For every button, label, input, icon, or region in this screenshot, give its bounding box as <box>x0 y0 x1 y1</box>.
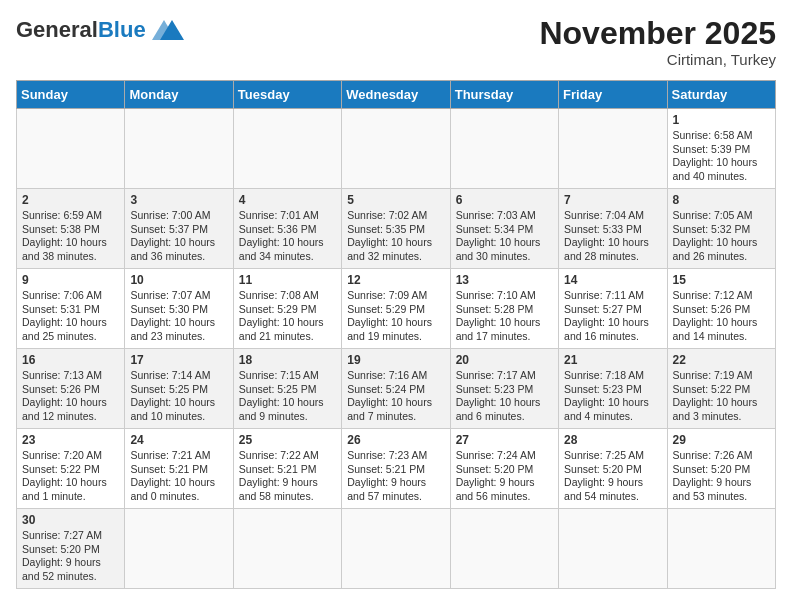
day-info: Sunset: 5:23 PM <box>564 383 661 397</box>
day-number: 17 <box>130 353 227 367</box>
day-number: 4 <box>239 193 336 207</box>
day-info: Sunrise: 7:11 AM <box>564 289 661 303</box>
day-info: Sunrise: 7:18 AM <box>564 369 661 383</box>
day-info: Sunset: 5:32 PM <box>673 223 770 237</box>
day-number: 8 <box>673 193 770 207</box>
calendar-cell: 30Sunrise: 7:27 AMSunset: 5:20 PMDayligh… <box>17 509 125 589</box>
day-info: Sunrise: 7:26 AM <box>673 449 770 463</box>
calendar-body: 1Sunrise: 6:58 AMSunset: 5:39 PMDaylight… <box>17 109 776 589</box>
calendar-cell: 19Sunrise: 7:16 AMSunset: 5:24 PMDayligh… <box>342 349 450 429</box>
day-info: Daylight: 10 hours and 26 minutes. <box>673 236 770 263</box>
day-info: Sunrise: 7:15 AM <box>239 369 336 383</box>
day-info: Sunrise: 7:25 AM <box>564 449 661 463</box>
calendar-cell: 10Sunrise: 7:07 AMSunset: 5:30 PMDayligh… <box>125 269 233 349</box>
day-info: Sunset: 5:20 PM <box>456 463 553 477</box>
calendar-cell: 2Sunrise: 6:59 AMSunset: 5:38 PMDaylight… <box>17 189 125 269</box>
calendar-cell: 28Sunrise: 7:25 AMSunset: 5:20 PMDayligh… <box>559 429 667 509</box>
calendar-cell: 5Sunrise: 7:02 AMSunset: 5:35 PMDaylight… <box>342 189 450 269</box>
day-info: Sunrise: 7:04 AM <box>564 209 661 223</box>
day-info: Daylight: 10 hours and 3 minutes. <box>673 396 770 423</box>
day-number: 26 <box>347 433 444 447</box>
day-number: 23 <box>22 433 119 447</box>
day-info: Sunset: 5:39 PM <box>673 143 770 157</box>
location: Cirtiman, Turkey <box>539 51 776 68</box>
month-title: November 2025 <box>539 16 776 51</box>
calendar-cell <box>667 509 775 589</box>
day-info: Sunrise: 7:27 AM <box>22 529 119 543</box>
day-info: Daylight: 10 hours and 32 minutes. <box>347 236 444 263</box>
day-number: 22 <box>673 353 770 367</box>
logo-icon <box>150 16 188 44</box>
day-info: Daylight: 9 hours and 52 minutes. <box>22 556 119 583</box>
day-info: Daylight: 9 hours and 54 minutes. <box>564 476 661 503</box>
calendar-cell: 23Sunrise: 7:20 AMSunset: 5:22 PMDayligh… <box>17 429 125 509</box>
day-info: Sunrise: 7:13 AM <box>22 369 119 383</box>
calendar-cell <box>125 109 233 189</box>
day-info: Sunset: 5:33 PM <box>564 223 661 237</box>
day-number: 28 <box>564 433 661 447</box>
weekday-header-thursday: Thursday <box>450 81 558 109</box>
day-info: Daylight: 10 hours and 9 minutes. <box>239 396 336 423</box>
day-info: Sunrise: 7:23 AM <box>347 449 444 463</box>
calendar-cell: 26Sunrise: 7:23 AMSunset: 5:21 PMDayligh… <box>342 429 450 509</box>
day-number: 21 <box>564 353 661 367</box>
calendar-cell <box>17 109 125 189</box>
day-number: 15 <box>673 273 770 287</box>
day-info: Sunrise: 7:20 AM <box>22 449 119 463</box>
calendar-cell: 21Sunrise: 7:18 AMSunset: 5:23 PMDayligh… <box>559 349 667 429</box>
day-info: Sunset: 5:22 PM <box>673 383 770 397</box>
day-info: Sunset: 5:26 PM <box>673 303 770 317</box>
day-info: Sunset: 5:21 PM <box>239 463 336 477</box>
day-info: Sunrise: 6:59 AM <box>22 209 119 223</box>
day-info: Daylight: 10 hours and 10 minutes. <box>130 396 227 423</box>
weekday-header-sunday: Sunday <box>17 81 125 109</box>
calendar-cell: 1Sunrise: 6:58 AMSunset: 5:39 PMDaylight… <box>667 109 775 189</box>
day-info: Sunset: 5:28 PM <box>456 303 553 317</box>
calendar-cell <box>559 109 667 189</box>
day-info: Sunset: 5:20 PM <box>22 543 119 557</box>
day-info: Sunrise: 7:08 AM <box>239 289 336 303</box>
day-number: 1 <box>673 113 770 127</box>
title-block: November 2025 Cirtiman, Turkey <box>539 16 776 68</box>
logo: GeneralBlue <box>16 16 188 44</box>
calendar-cell <box>450 109 558 189</box>
header-row: SundayMondayTuesdayWednesdayThursdayFrid… <box>17 81 776 109</box>
day-info: Sunrise: 7:19 AM <box>673 369 770 383</box>
day-info: Sunset: 5:25 PM <box>130 383 227 397</box>
day-info: Sunset: 5:25 PM <box>239 383 336 397</box>
day-number: 10 <box>130 273 227 287</box>
day-info: Daylight: 10 hours and 36 minutes. <box>130 236 227 263</box>
day-info: Daylight: 10 hours and 40 minutes. <box>673 156 770 183</box>
calendar-cell: 17Sunrise: 7:14 AMSunset: 5:25 PMDayligh… <box>125 349 233 429</box>
day-info: Sunset: 5:36 PM <box>239 223 336 237</box>
day-info: Daylight: 10 hours and 19 minutes. <box>347 316 444 343</box>
day-info: Daylight: 10 hours and 30 minutes. <box>456 236 553 263</box>
calendar-header: SundayMondayTuesdayWednesdayThursdayFrid… <box>17 81 776 109</box>
day-info: Sunrise: 7:21 AM <box>130 449 227 463</box>
calendar-cell: 16Sunrise: 7:13 AMSunset: 5:26 PMDayligh… <box>17 349 125 429</box>
day-number: 19 <box>347 353 444 367</box>
day-info: Sunset: 5:26 PM <box>22 383 119 397</box>
day-number: 29 <box>673 433 770 447</box>
day-info: Sunset: 5:27 PM <box>564 303 661 317</box>
day-number: 3 <box>130 193 227 207</box>
day-info: Sunrise: 7:09 AM <box>347 289 444 303</box>
calendar-table: SundayMondayTuesdayWednesdayThursdayFrid… <box>16 80 776 589</box>
calendar-cell <box>342 109 450 189</box>
weekday-header-wednesday: Wednesday <box>342 81 450 109</box>
day-info: Sunrise: 7:00 AM <box>130 209 227 223</box>
day-info: Sunrise: 7:03 AM <box>456 209 553 223</box>
calendar-cell: 3Sunrise: 7:00 AMSunset: 5:37 PMDaylight… <box>125 189 233 269</box>
weekday-header-saturday: Saturday <box>667 81 775 109</box>
day-info: Daylight: 9 hours and 56 minutes. <box>456 476 553 503</box>
calendar-cell: 20Sunrise: 7:17 AMSunset: 5:23 PMDayligh… <box>450 349 558 429</box>
calendar-cell: 14Sunrise: 7:11 AMSunset: 5:27 PMDayligh… <box>559 269 667 349</box>
calendar-cell <box>233 109 341 189</box>
day-number: 12 <box>347 273 444 287</box>
calendar-cell: 12Sunrise: 7:09 AMSunset: 5:29 PMDayligh… <box>342 269 450 349</box>
day-info: Sunset: 5:21 PM <box>347 463 444 477</box>
day-number: 7 <box>564 193 661 207</box>
day-info: Daylight: 10 hours and 0 minutes. <box>130 476 227 503</box>
day-info: Sunset: 5:24 PM <box>347 383 444 397</box>
day-info: Daylight: 10 hours and 25 minutes. <box>22 316 119 343</box>
